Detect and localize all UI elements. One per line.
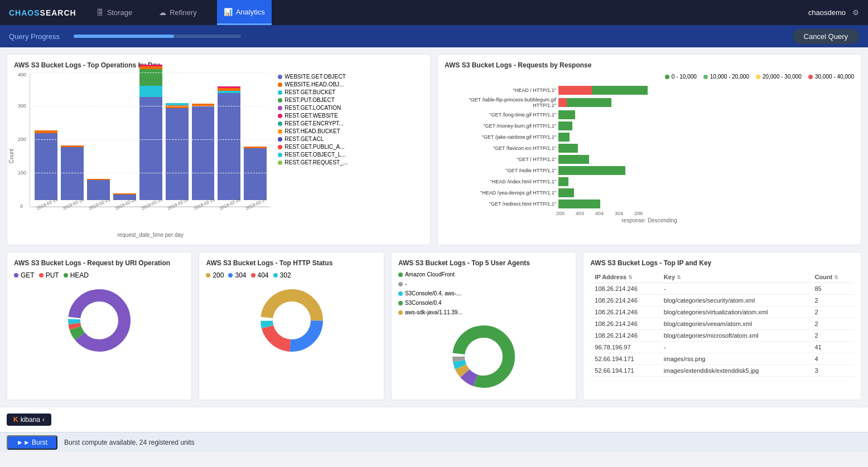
burst-info: Burst compute available, 24 registered u… (64, 439, 194, 446)
key-cell: - (659, 342, 811, 353)
count-cell: 2 (810, 307, 854, 318)
ip-cell: 108.26.214.246 (590, 307, 659, 318)
username: chaosdemo (808, 8, 846, 17)
legend-item: REST.GET.LOCATION (278, 105, 378, 111)
legend-item: GET (14, 271, 35, 279)
count-col-header: Count ⇅ (810, 271, 854, 283)
x-axis-label: request_date_time per day (30, 232, 271, 238)
user-agents-title: AWS S3 Bucket Logs - Top 5 User Agents (398, 259, 569, 267)
cancel-query-button[interactable]: Cancel Query (793, 29, 859, 44)
legend-dot (278, 153, 282, 157)
legend-item: 20,000 - 30,000 (756, 74, 802, 80)
ip-cell: 108.26.214.246 (590, 283, 659, 295)
h-bar-row: "HEAD /yea-devops.gif HTTP/1.1" (445, 188, 854, 197)
ip-cell: 108.26.214.246 (590, 295, 659, 307)
legend-item: 302 (273, 271, 291, 279)
http-status-donut (206, 284, 377, 357)
legend-dot (665, 75, 669, 79)
top-ip-card: AWS S3 Bucket Logs - Top IP and Key IP A… (583, 252, 861, 400)
h-bar-row: "GET /long-time.gif HTTP/1.1" (445, 110, 854, 119)
count-cell: 3 (810, 365, 854, 377)
status-bar: ►► Burst Burst compute available, 24 reg… (0, 432, 868, 452)
legend-item: 0 - 10,000 (665, 74, 697, 80)
burst-button[interactable]: ►► Burst (7, 435, 57, 450)
count-cell: 85 (810, 283, 854, 295)
legend-item: REST.GET.OBJECT_L... (278, 152, 378, 158)
legend-item: 200 (206, 271, 224, 279)
legend-item: 10,000 - 20,000 (703, 74, 749, 80)
count-cell: 2 (810, 295, 854, 307)
h-bar-row: "GET /redirect.html HTTP/1.1" (445, 200, 854, 208)
legend-item: REST.GET.BUCKET (278, 89, 378, 95)
ip-table: IP Address ⇅ Key ⇅ Count ⇅ 108.26.214.24… (590, 271, 854, 377)
legend-dot (756, 75, 760, 79)
legend-item: S3Console/0.4 (398, 300, 569, 306)
storage-icon: 🗄 (97, 8, 104, 17)
legend-dot (278, 121, 282, 126)
h-bar-row: "GET /table-flip-princess-bubblegum.gif … (445, 97, 854, 108)
legend-item: REST.GET.ACL (278, 136, 378, 142)
top-ops-title: AWS S3 Bucket Logs - Top Operations by D… (14, 61, 423, 69)
table-row: 52.66.194.171 images/extenddisk/extenddi… (590, 365, 854, 377)
legend-item: - (398, 281, 569, 287)
legend-dot (278, 75, 282, 79)
key-cell: blog/categories/virtualization/atom.xml (659, 307, 811, 318)
response-x-labels: 200 403 404 304 206 (556, 211, 854, 216)
legend-dot (278, 82, 282, 87)
user-agents-card: AWS S3 Bucket Logs - Top 5 User Agents A… (391, 252, 576, 400)
nav-storage[interactable]: 🗄 Storage (90, 0, 139, 25)
legend-item: WEBSITE.HEAD.OBJ... (278, 81, 378, 87)
query-progress-track (74, 35, 241, 38)
ip-cell: 108.26.214.246 (590, 330, 659, 342)
sort-icon: ⇅ (834, 275, 838, 280)
nav-right: chaosdemo ⚙ (808, 8, 859, 17)
query-progress-bar (74, 35, 174, 38)
http-status-card: AWS S3 Bucket Logs - Top HTTP Status 200… (199, 252, 384, 400)
response-card: AWS S3 Bucket Logs - Requests by Respons… (437, 54, 861, 245)
ip-col-header: IP Address ⇅ (590, 271, 659, 283)
y-axis-label: Count (8, 148, 15, 163)
bar-chart-inner: 0 100 200 300 400 (30, 74, 271, 207)
sort-icon: ⇅ (628, 275, 633, 280)
legend-item: REST.HEAD.BUCKET (278, 128, 378, 134)
legend-dot (278, 106, 282, 110)
user-agents-donut (398, 320, 569, 393)
donut-svg (447, 320, 520, 393)
legend-item: REST.PUT.OBJECT (278, 97, 378, 103)
bar-chart: 0 100 200 300 400 (30, 74, 271, 230)
nav-refinery[interactable]: ☁ Refinery (152, 0, 203, 25)
legend-item: 304 (228, 271, 246, 279)
settings-icon[interactable]: ⚙ (852, 8, 859, 17)
response-x-label: response: Descending (445, 217, 854, 223)
analytics-icon: 📊 (224, 8, 233, 16)
table-row: 52.66.194.171 images/rss.png 4 (590, 353, 854, 365)
legend-item: PUT (39, 271, 59, 279)
ip-cell: 52.66.194.171 (590, 353, 659, 365)
main-content: AWS S3 Bucket Logs - Top Operations by D… (0, 47, 868, 407)
key-cell: images/extenddisk/extenddisk5.jpg (659, 365, 811, 377)
top-ops-card: AWS S3 Bucket Logs - Top Operations by D… (7, 54, 431, 245)
top-ops-chart-wrapper: Count 0 (14, 74, 271, 238)
key-cell: images/rss.png (659, 353, 811, 365)
uri-op-donut (14, 284, 185, 357)
response-legend: 0 - 10,000 10,000 - 20,000 20,000 - 30,0… (445, 74, 854, 81)
legend-item: REST.GET.REQUEST_... (278, 159, 378, 166)
refinery-icon: ☁ (159, 8, 166, 17)
key-cell: blog/categories/veeam/atom.xml (659, 318, 811, 330)
h-bar-row: "HEAD /index.html HTTP/1.1" (445, 177, 854, 186)
legend-dot (703, 75, 708, 79)
kibana-k-icon: K (13, 416, 18, 424)
legend-item: HEAD (64, 271, 89, 279)
legend-item: aws-sdk-java/1.11.39... (398, 309, 569, 315)
nav-analytics[interactable]: 📊 Analytics (217, 0, 272, 25)
table-row: 108.26.214.246 - 85 (590, 283, 854, 295)
key-cell: blog/categories/security/atom.xml (659, 295, 811, 307)
footer: K kibana ‹ (0, 407, 868, 432)
h-bar-row: "GET /redie HTTP/1.1" (445, 166, 854, 175)
navigation: CHAOSSEARCH 🗄 Storage ☁ Refinery 📊 Analy… (0, 0, 868, 25)
h-bar-row: "GET / HTTP/1.1" (445, 155, 854, 164)
uri-op-card: AWS S3 Bucket Logs - Request by URI Oper… (7, 252, 192, 400)
kibana-button[interactable]: K kibana ‹ (7, 414, 51, 426)
response-title: AWS S3 Bucket Logs - Requests by Respons… (445, 61, 854, 69)
legend-item: 404 (251, 271, 269, 279)
